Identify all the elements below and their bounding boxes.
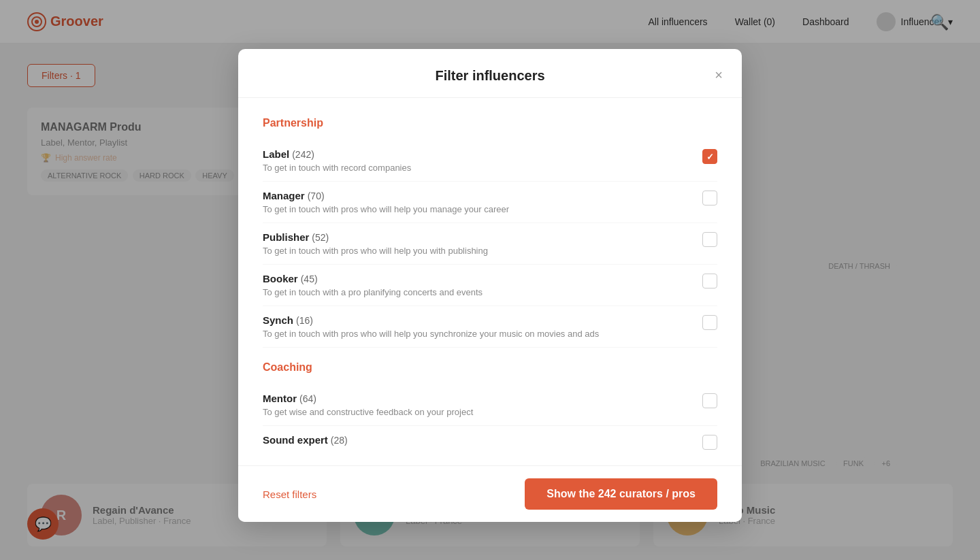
filter-item-booker: Booker(45) To get in touch with a pro pl… [263,265,717,306]
filter-item-sound-expert: Sound expert(28) [263,426,717,458]
filter-desc-booker: To get in touch with a pro planifying co… [263,287,691,297]
filter-checkbox-sound-expert[interactable] [702,435,717,450]
filter-item-publisher: Publisher(52) To get in touch with pros … [263,223,717,265]
filter-item-label: Label(242) To get in touch with record c… [263,140,717,182]
filter-desc-manager: To get in touch with pros who will help … [263,204,691,214]
modal-close-button[interactable]: × [715,68,723,82]
section-partnership-label: Partnership [263,117,717,129]
filter-name-manager: Manager [263,190,305,201]
filter-desc-synch: To get in touch with pros who will help … [263,329,691,339]
filter-count-manager: (70) [308,191,325,201]
filter-desc-mentor: To get wise and constructive feedback on… [263,407,691,417]
section-coaching-label: Coaching [263,361,717,374]
filter-count-booker: (45) [301,274,318,284]
modal-header: Filter influencers × [238,49,742,98]
filter-desc-publisher: To get in touch with pros who will help … [263,246,691,256]
filter-modal: Filter influencers × Partnership Label(2… [238,49,742,522]
filter-checkbox-synch[interactable] [702,315,717,330]
filter-name-synch: Synch [263,314,293,326]
filter-item-synch: Synch(16) To get in touch with pros who … [263,306,717,348]
filter-checkbox-manager[interactable] [702,191,717,205]
modal-title: Filter influencers [263,68,717,84]
modal-body: Partnership Label(242) To get in touch w… [238,98,742,465]
filter-item-manager: Manager(70) To get in touch with pros wh… [263,182,717,223]
filter-checkbox-label[interactable] [702,149,717,164]
section-gap [263,348,717,359]
filter-checkbox-mentor[interactable] [702,393,717,408]
filter-count-synch: (16) [296,315,313,326]
show-curators-button[interactable]: Show the 242 curators / pros [525,478,717,510]
filter-item-mentor: Mentor(64) To get wise and constructive … [263,384,717,426]
filter-name-mentor: Mentor [263,393,297,404]
filter-name-label: Label [263,148,289,160]
filter-name-publisher: Publisher [263,231,309,243]
filter-count-sound-expert: (28) [331,435,348,446]
filter-count-mentor: (64) [299,393,316,404]
filter-checkbox-booker[interactable] [702,274,717,289]
filter-checkbox-publisher[interactable] [702,232,717,247]
filter-name-booker: Booker [263,273,298,284]
reset-filters-button[interactable]: Reset filters [263,489,316,500]
modal-footer: Reset filters Show the 242 curators / pr… [238,465,742,522]
filter-count-label: (242) [292,149,314,160]
filter-desc-label: To get in touch with record companies [263,163,691,173]
filter-name-sound-expert: Sound expert [263,434,328,446]
filter-count-publisher: (52) [312,232,329,243]
